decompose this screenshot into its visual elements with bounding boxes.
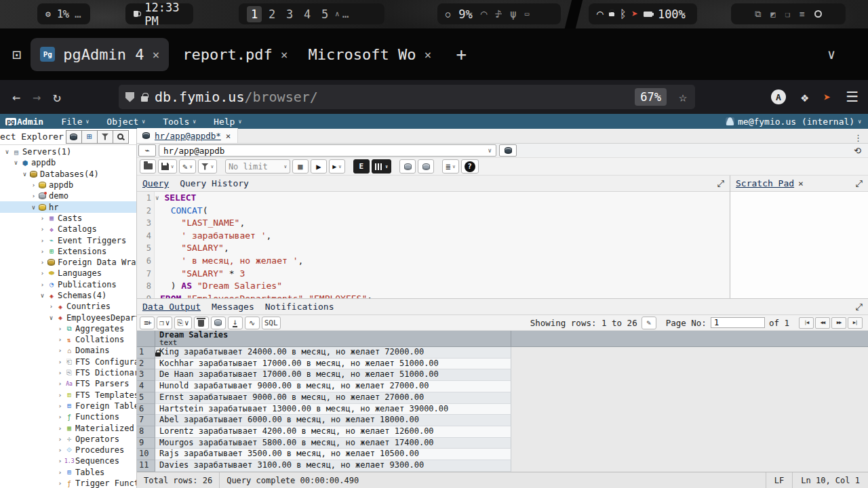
cpu-indicator[interactable]: ⚙ 1% … — [37, 3, 90, 24]
network-battery-group[interactable]: ◠ ᛒ ➤ 100% — [589, 3, 697, 24]
tree-item-extensions[interactable]: ›⊞Extensions — [0, 246, 136, 257]
tree-item-languages[interactable]: ›⬬Languages — [0, 268, 136, 279]
explain-analyze-icon[interactable]: ∨ — [372, 159, 391, 174]
execute-icon[interactable]: ▶ — [311, 159, 327, 174]
tree-item-catalogs[interactable]: ›❖Catalogs — [0, 224, 136, 235]
tree-item-collations[interactable]: ›⇅Collations — [0, 334, 136, 345]
chevron-right-icon[interactable]: › — [56, 369, 64, 376]
table-row[interactable]: 8Lorentz зарабатывает 4200.00 в месяц, н… — [137, 426, 868, 438]
tree-item-publications[interactable]: ›◔Publications — [0, 279, 136, 290]
bookmark-star-icon[interactable]: ☆ — [679, 89, 687, 105]
chevron-right-icon[interactable]: › — [29, 192, 38, 199]
row-value[interactable]: Ernst зарабатывает 9000.00 в месяц, но ж… — [155, 392, 511, 404]
tab-groups-icon[interactable]: ⊡ — [12, 46, 21, 63]
chevron-right-icon[interactable]: › — [38, 248, 47, 255]
workspace-1[interactable]: 1 — [247, 6, 262, 22]
row-value[interactable]: Kochhar зарабатывает 17000.00 в месяц, н… — [155, 359, 511, 370]
tree-item-foreign-data-wrappers[interactable]: ›Foreign Data Wrappers — [0, 257, 136, 268]
chevron-right-icon[interactable]: › — [56, 413, 64, 420]
expand-icon[interactable]: ⤢ — [717, 178, 724, 189]
chevron-right-icon[interactable]: › — [56, 425, 64, 432]
sql-filter-icon[interactable]: SQL — [262, 317, 281, 329]
explain-icon[interactable]: E — [353, 159, 370, 174]
chevron-right-icon[interactable]: › — [56, 325, 64, 332]
help-icon[interactable]: ? — [461, 159, 479, 174]
chevron-down-icon[interactable]: ∨ — [171, 164, 174, 169]
tree-item-domains[interactable]: ›⌂Domains — [0, 345, 136, 356]
paste-icon[interactable]: ⎘∨ — [174, 317, 191, 329]
chevron-right-icon[interactable]: › — [38, 281, 47, 288]
tree-item-appdb[interactable]: ∨⬢appdb — [0, 157, 136, 168]
save-data-icon[interactable] — [211, 317, 226, 329]
row-number[interactable]: 1 — [137, 347, 155, 359]
page-number-input[interactable] — [711, 317, 765, 328]
tree-item-tables[interactable]: ›⊞Tables — [0, 467, 136, 478]
prev-page-icon[interactable]: ◀◀ — [815, 317, 830, 329]
tree-item-schemas-4-[interactable]: ∨◈Schemas(4) — [0, 290, 136, 301]
tree-item-servers-1-[interactable]: ∨▤Servers(1) — [0, 146, 136, 157]
eol-status[interactable]: LF — [766, 472, 792, 488]
tab-report-pdf[interactable]: report.pdf × — [173, 38, 297, 71]
menu-help[interactable]: Help∨ — [214, 117, 241, 127]
tab-messages[interactable]: Messages — [212, 302, 254, 312]
chevron-right-icon[interactable]: › — [56, 336, 64, 343]
table-row[interactable]: 3De Haan зарабатывает 17000.00 в месяц, … — [137, 369, 868, 381]
workspace-caret-icon[interactable]: ∧ — [335, 9, 340, 18]
forward-icon[interactable]: → — [33, 89, 41, 105]
copy-icon[interactable]: ❐∨ — [157, 317, 172, 329]
open-file-icon[interactable] — [140, 159, 156, 174]
chevron-down-icon[interactable]: ∨ — [12, 159, 20, 166]
tree-item-functions[interactable]: ›ƒFunctions — [0, 411, 136, 422]
row-value[interactable]: De Haan зарабатывает 17000.00 в месяц, н… — [155, 369, 511, 381]
quick-settings[interactable]: ○ 9% ◠ ♪ ψ ▭ — [437, 3, 561, 24]
display-icon[interactable]: ⧉ — [755, 9, 761, 20]
files-icon[interactable]: ❏ — [785, 9, 790, 19]
tree-item-sequences[interactable]: ›1.3Sequences — [0, 455, 136, 466]
chevron-right-icon[interactable]: › — [56, 392, 64, 399]
row-number-header[interactable] — [137, 331, 155, 346]
chevron-right-icon[interactable]: › — [56, 347, 64, 354]
tab-query-history[interactable]: Query History — [180, 178, 249, 188]
edit-range-icon[interactable]: ✎ — [642, 317, 656, 329]
row-number[interactable]: 8 — [137, 426, 155, 438]
tree-item-appdb[interactable]: ›appdb — [0, 180, 136, 190]
tree-item-event-triggers[interactable]: ›⌁Event Triggers — [0, 235, 136, 245]
workspace-4[interactable]: 4 — [300, 7, 315, 21]
graph-icon[interactable]: ∿ — [245, 317, 260, 329]
new-tab-button[interactable]: + — [456, 44, 467, 64]
row-value[interactable]: Lorentz зарабатывает 4200.00 в месяц, но… — [155, 426, 511, 438]
first-page-icon[interactable]: |◀ — [799, 317, 814, 329]
reset-layout-icon[interactable]: ⟲ — [854, 146, 861, 156]
chevron-right-icon[interactable]: › — [38, 259, 47, 266]
add-row-icon[interactable]: ≡+ — [140, 317, 155, 329]
chevron-right-icon[interactable]: › — [38, 270, 47, 277]
tree-item-fts-templates[interactable]: ›⊞FTS Templates — [0, 390, 136, 401]
chevron-down-icon[interactable]: ∨ — [47, 314, 56, 321]
delete-row-icon[interactable] — [194, 317, 209, 329]
row-value[interactable]: Hunold зарабатывает 9000.00 в месяц, но … — [155, 381, 511, 392]
chevron-right-icon[interactable]: › — [56, 380, 64, 387]
download-icon[interactable]: ↓ — [228, 317, 243, 329]
tree-item-countries[interactable]: ›◈Countries — [0, 301, 136, 312]
tree-item-procedures[interactable]: ›⟐Procedures — [0, 445, 136, 455]
macros-icon[interactable]: ≣∨ — [442, 159, 458, 174]
chevron-right-icon[interactable]: › — [47, 303, 56, 310]
tree-item-demo[interactable]: ›demo — [0, 190, 136, 201]
next-page-icon[interactable]: ▶▶ — [831, 317, 846, 329]
table-row[interactable]: 4Hunold зарабатывает 9000.00 в месяц, но… — [137, 381, 868, 392]
row-value[interactable]: Hartstein зарабатывает 13000.00 в месяц,… — [155, 404, 511, 415]
menu-tools[interactable]: Tools∨ — [163, 117, 196, 127]
stop-icon[interactable]: ■ — [292, 159, 309, 174]
power-icon[interactable] — [814, 10, 822, 18]
tree-item-casts[interactable]: ›▦Casts — [0, 213, 136, 224]
row-number[interactable]: 11 — [137, 460, 155, 472]
tree-item-fts-dictionaries[interactable]: ›⎘FTS Dictionaries — [0, 367, 136, 378]
close-tab-icon[interactable]: × — [152, 47, 159, 62]
row-number[interactable]: 2 — [137, 359, 155, 370]
row-value[interactable]: Davies зарабатывает 3100.00 в месяц, но … — [155, 460, 511, 472]
more-options-icon[interactable]: ⋮ — [854, 133, 863, 143]
search-icon[interactable] — [113, 130, 129, 144]
tab-notifications[interactable]: Notifications — [265, 302, 334, 312]
tree-item-trigger-functions[interactable]: ›ƒTrigger Functions — [0, 478, 136, 488]
back-icon[interactable]: ← — [12, 89, 20, 105]
